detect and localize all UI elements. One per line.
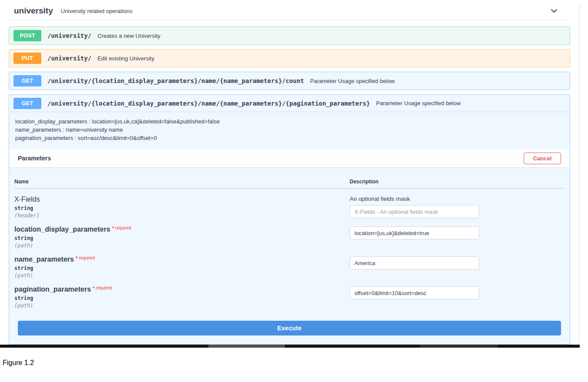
param-description-cell: An optional fields mask: [350, 196, 565, 219]
endpoint-path: /university/: [47, 55, 91, 62]
param-name-cell: name_parameters*required string (path): [14, 256, 350, 279]
tag-description: University related operations: [61, 8, 133, 14]
param-description-cell: [350, 226, 565, 249]
parameters-section-header: Parameters Cancel: [9, 149, 570, 167]
execute-button[interactable]: Execute: [18, 321, 561, 335]
endpoint-summary: Creates a new University: [97, 33, 160, 39]
param-description: An optional fields mask: [350, 196, 565, 202]
required-label: required: [79, 256, 95, 260]
param-row-x-fields: X-Fields string (header) An optional fie…: [14, 196, 565, 219]
usage-note: pagination_parameters : sort=asc/desc&li…: [15, 134, 564, 142]
screenshot-right-edge: [579, 4, 579, 345]
param-name: pagination_parameters*required: [14, 286, 350, 293]
param-location: (path): [14, 272, 350, 279]
endpoint-summary-row[interactable]: POST /university/ Creates a new Universi…: [9, 27, 570, 44]
method-badge-post: POST: [13, 30, 41, 41]
tag-header[interactable]: university University related operations: [9, 0, 570, 20]
param-description-cell: [350, 256, 565, 279]
endpoint-summary-row[interactable]: GET /university/{location_display_parame…: [9, 95, 570, 112]
param-type: string: [14, 235, 350, 241]
param-name-cell: X-Fields string (header): [14, 196, 350, 219]
param-name: name_parameters*required: [14, 256, 350, 263]
cancel-button[interactable]: Cancel: [524, 153, 561, 164]
endpoint-description: location_display_parameters : location=[…: [9, 112, 570, 146]
column-header-name: Name: [14, 179, 350, 185]
parameters-title: Parameters: [18, 155, 51, 162]
execute-wrapper: Execute: [9, 309, 570, 344]
method-badge-get: GET: [13, 98, 41, 109]
param-location: (header): [14, 213, 350, 219]
figure-caption: Figure 1.2: [3, 359, 34, 367]
required-star: *: [112, 226, 114, 231]
name-parameters-input[interactable]: [350, 256, 479, 269]
required-label: required: [96, 286, 112, 290]
param-type: string: [14, 265, 350, 271]
method-badge-get: GET: [13, 75, 41, 86]
parameters-table: Name Description X-Fields string (header…: [9, 167, 570, 309]
required-star: *: [93, 286, 94, 291]
required-star: *: [76, 256, 77, 261]
endpoint-put-university: PUT /university/ Edit existing Universit…: [9, 49, 570, 67]
endpoint-post-university: POST /university/ Creates a new Universi…: [9, 27, 570, 45]
param-location: (path): [14, 302, 350, 309]
required-label: required: [115, 226, 131, 230]
endpoint-summary-row[interactable]: PUT /university/ Edit existing Universit…: [9, 50, 570, 67]
param-description-cell: [350, 286, 565, 309]
endpoint-get-count: GET /university/{location_display_parame…: [9, 72, 570, 90]
column-header-description: Description: [350, 179, 565, 185]
method-badge-put: PUT: [13, 53, 41, 64]
endpoint-path: /university/{location_display_parameters…: [47, 100, 370, 107]
param-type: string: [14, 205, 350, 211]
chevron-down-icon[interactable]: [549, 6, 559, 16]
endpoint-summary-row[interactable]: GET /university/{location_display_parame…: [9, 72, 570, 90]
x-fields-input[interactable]: [350, 205, 479, 218]
param-name-cell: location_display_parameters*required str…: [14, 226, 350, 249]
endpoint-get-pagination-expanded: GET /university/{location_display_parame…: [9, 94, 570, 345]
param-name-cell: pagination_parameters*required string (p…: [14, 286, 350, 309]
parameters-table-header: Name Description: [14, 179, 565, 189]
screenshot-bottom-bar: [0, 345, 580, 348]
endpoint-path: /university/{location_display_parameters…: [47, 77, 304, 84]
endpoint-path: /university/: [47, 32, 91, 39]
param-row-pagination-parameters: pagination_parameters*required string (p…: [14, 286, 565, 309]
param-row-name-parameters: name_parameters*required string (path): [14, 256, 565, 279]
endpoint-summary: Edit existing University: [97, 55, 154, 62]
param-name: X-Fields: [14, 196, 350, 203]
tag-title: university: [14, 6, 53, 16]
endpoint-summary: Parameter Usage specified below: [376, 100, 461, 106]
endpoint-summary: Parameter Usage specified below: [310, 78, 394, 84]
usage-note: location_display_parameters : location=[…: [15, 117, 564, 126]
usage-note: name_parameters : name=university name: [15, 126, 564, 134]
param-row-location-display-parameters: location_display_parameters*required str…: [14, 226, 565, 249]
param-location: (path): [14, 242, 350, 249]
param-name: location_display_parameters*required: [14, 226, 350, 233]
location-display-parameters-input[interactable]: [350, 226, 479, 239]
param-type: string: [14, 295, 350, 301]
swagger-api-panel: university University related operations…: [9, 0, 570, 345]
pagination-parameters-input[interactable]: [350, 286, 479, 299]
